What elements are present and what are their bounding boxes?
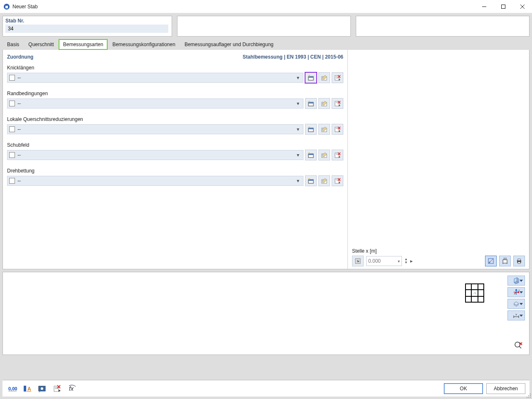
view-mode-dropdown[interactable] (507, 276, 525, 286)
svg-rect-49 (335, 179, 339, 183)
knicklangen-combo[interactable]: -- ▾ (7, 73, 303, 83)
edit-item-button[interactable] (318, 98, 330, 109)
spin-down-button[interactable]: ▼ (404, 261, 408, 264)
edit-item-button[interactable] (318, 124, 330, 135)
chevron-down-icon: ▾ (295, 75, 301, 81)
schubfeld-label: Schubfeld (7, 142, 343, 148)
svg-rect-2 (5, 5, 8, 6)
navigation-cube[interactable]: -Y (465, 279, 489, 303)
svg-text:0,00: 0,00 (8, 386, 17, 391)
close-button[interactable] (513, 0, 532, 13)
svg-rect-56 (503, 260, 507, 263)
svg-rect-61 (518, 259, 520, 261)
font-button[interactable]: A (22, 383, 33, 394)
help-button[interactable] (37, 383, 48, 394)
svg-text:Y: Y (518, 289, 520, 292)
checkbox-icon[interactable] (9, 178, 15, 184)
schubfeld-combo[interactable]: -- ▾ (7, 150, 303, 160)
drehbettung-combo[interactable]: -- ▾ (7, 176, 303, 186)
play-forward-button[interactable]: ▸ (410, 258, 413, 264)
randbedingungen-combo[interactable]: -- ▾ (7, 99, 303, 108)
left-panel: Zuordnung Stahlbemessung | EN 1993 | CEN… (3, 50, 348, 269)
chevron-down-icon: ▾ (295, 152, 301, 158)
formula-button[interactable]: fx (66, 383, 78, 394)
zoom-reset-button[interactable] (513, 340, 523, 350)
edit-item-button[interactable] (318, 175, 330, 186)
tab-bemessungskonfigurationen[interactable]: Bemessungskonfigurationen (108, 39, 180, 50)
clear-button[interactable] (52, 383, 63, 394)
delete-item-button[interactable] (332, 72, 343, 83)
tab-querschnitt[interactable]: Querschnitt (24, 39, 58, 50)
svg-point-89 (41, 387, 43, 390)
edit-item-button[interactable] (318, 72, 330, 83)
title-bar: Neuer Stab (0, 0, 532, 13)
bottom-toolbar: 0,00 A fx OK Abbrechen (2, 380, 530, 397)
svg-line-80 (519, 346, 521, 348)
resize-grip-icon[interactable] (526, 393, 531, 398)
svg-rect-4 (502, 5, 505, 8)
svg-point-98 (530, 395, 531, 396)
checkbox-icon[interactable] (9, 152, 15, 158)
minimize-button[interactable] (475, 0, 494, 13)
chevron-down-icon: ▾ (295, 178, 301, 184)
svg-rect-40 (335, 153, 339, 158)
chevron-down-icon: ▾ (398, 259, 400, 264)
new-item-button[interactable] (305, 98, 317, 109)
view-toggle-1[interactable] (485, 256, 497, 266)
svg-point-97 (528, 395, 529, 396)
right-panel: Stelle x [m] 0.000 ▾ ▲ ▼ ▸ (348, 50, 529, 269)
delete-item-button[interactable] (332, 98, 343, 109)
preview-area: -Y Y x (2, 272, 530, 355)
svg-point-55 (489, 262, 490, 263)
view-toggle-2[interactable]: 100 (499, 256, 511, 266)
norm-label: Stahlbemessung | EN 1993 | CEN | 2015-06 (243, 54, 343, 60)
tab-bemessungsarten[interactable]: Bemessungsarten (59, 39, 108, 50)
tab-basis[interactable]: Basis (2, 39, 24, 50)
new-item-button[interactable] (305, 72, 317, 83)
cancel-button[interactable]: Abbrechen (486, 383, 525, 394)
maximize-button[interactable] (494, 0, 513, 13)
svg-text:fx: fx (69, 385, 74, 392)
header-box-3 (356, 16, 530, 37)
stab-nr-box: Stab Nr. (2, 16, 172, 37)
checkbox-icon[interactable] (9, 101, 15, 106)
chevron-down-icon: ▾ (295, 101, 301, 106)
edit-item-button[interactable] (318, 150, 330, 160)
window-title: Neuer Stab (12, 4, 38, 10)
tab-strip: Basis Querschnitt Bemessungsarten Bemess… (2, 39, 530, 50)
delete-item-button[interactable] (332, 124, 343, 135)
lokale-combo[interactable]: -- ▾ (7, 124, 303, 134)
knicklangen-label: Knicklängen (7, 65, 343, 71)
delete-item-button[interactable] (332, 175, 343, 186)
new-item-button[interactable] (305, 175, 317, 186)
svg-point-101 (530, 397, 531, 398)
stellex-label: Stelle x [m] (352, 248, 525, 254)
svg-rect-31 (335, 127, 339, 132)
dimension-dropdown[interactable]: x (507, 310, 525, 320)
checkbox-icon[interactable] (9, 126, 15, 132)
drehbettung-label: Drehbettung (7, 168, 343, 174)
lokale-label: Lokale Querschnittsreduzierungen (7, 116, 343, 122)
chevron-down-icon: ▾ (295, 126, 301, 132)
svg-point-99 (527, 397, 527, 398)
display-dropdown[interactable] (507, 299, 525, 309)
units-button[interactable]: 0,00 (7, 383, 18, 394)
tab-bemessungsauflager[interactable]: Bemessungsauflager und Durchbiegung (180, 39, 278, 50)
randbedingungen-label: Randbedingungen (7, 91, 343, 96)
svg-text:-Y: -Y (473, 291, 477, 295)
stab-nr-input[interactable] (5, 25, 168, 33)
new-item-button[interactable] (305, 124, 317, 135)
print-button[interactable]: ▾ (513, 256, 525, 266)
checkbox-icon[interactable] (9, 75, 15, 81)
pick-position-button[interactable] (352, 256, 364, 266)
delete-item-button[interactable] (332, 150, 343, 160)
new-item-button[interactable] (305, 150, 317, 160)
svg-text:A: A (27, 386, 31, 392)
svg-rect-62 (518, 262, 520, 264)
axes-dropdown[interactable]: Y (507, 287, 525, 297)
svg-text:x: x (515, 313, 517, 316)
svg-point-96 (530, 394, 531, 394)
svg-text:100: 100 (503, 257, 507, 260)
ok-button[interactable]: OK (444, 383, 483, 394)
stellex-input[interactable]: 0.000 ▾ (366, 256, 402, 266)
